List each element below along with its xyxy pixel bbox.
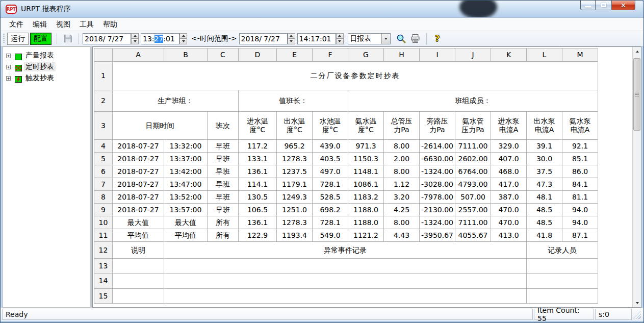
toolbar-grip[interactable] xyxy=(3,34,5,44)
row-header-cell[interactable]: 10 xyxy=(94,216,113,229)
row-header-cell[interactable]: 6 xyxy=(94,165,113,178)
tree-item-label[interactable]: 定时抄表 xyxy=(24,62,56,71)
data-cell[interactable]: 136.1 xyxy=(239,165,277,178)
data-cell[interactable]: 698.2 xyxy=(313,204,348,216)
data-cell[interactable]: 13:57:00 xyxy=(164,204,208,216)
data-cell[interactable]: 468.0 xyxy=(491,165,527,178)
maximize-button[interactable] xyxy=(596,1,611,10)
data-cell[interactable]: 48.5 xyxy=(527,216,562,229)
data-cell[interactable]: 728.1 xyxy=(313,216,348,229)
data-cell[interactable]: 507.00 xyxy=(455,191,491,204)
data-cell[interactable]: 1237.5 xyxy=(277,165,313,178)
data-cell[interactable]: 13:47:00 xyxy=(164,178,208,191)
data-cell[interactable]: -7978.00 xyxy=(420,191,455,204)
param-header-cell[interactable]: 总管压 力Pa xyxy=(384,112,420,140)
data-cell[interactable]: 728.1 xyxy=(313,178,348,191)
data-cell[interactable]: 4.25 xyxy=(384,204,420,216)
row-header-cell[interactable] xyxy=(94,48,113,62)
data-cell[interactable]: 94.0 xyxy=(562,204,598,216)
data-cell[interactable]: 84.1 xyxy=(562,178,598,191)
menu-view[interactable]: 视图 xyxy=(51,19,75,30)
data-cell[interactable]: 387.0 xyxy=(491,191,527,204)
row-header-cell[interactable]: 15 xyxy=(94,289,113,304)
col-header-A[interactable]: A xyxy=(113,48,164,62)
menu-help[interactable]: 帮助 xyxy=(98,19,122,30)
data-cell[interactable]: 94.0 xyxy=(562,216,598,229)
data-cell[interactable]: 114.1 xyxy=(239,178,277,191)
data-cell[interactable]: 1121.2 xyxy=(348,229,384,242)
data-cell[interactable]: 2602.00 xyxy=(455,153,491,165)
run-button[interactable]: 运行 xyxy=(7,33,29,45)
scrollbar-thumb[interactable] xyxy=(633,58,640,131)
data-cell[interactable]: 2018-07-27 xyxy=(113,204,164,216)
data-cell[interactable]: 417.0 xyxy=(491,178,527,191)
data-cell[interactable]: 92.1 xyxy=(562,140,598,153)
start-time-spinner[interactable] xyxy=(179,33,187,44)
resize-grip[interactable] xyxy=(633,311,641,319)
data-cell[interactable]: 130.5 xyxy=(239,191,277,204)
data-cell[interactable]: 403.5 xyxy=(313,153,348,165)
end-time-input[interactable]: 14:17:01 xyxy=(297,33,336,44)
data-cell[interactable]: 971.3 xyxy=(348,140,384,153)
tree-item-triggered-reading[interactable]: + 触发抄表 xyxy=(3,72,90,84)
data-cell[interactable]: 早班 xyxy=(208,165,239,178)
data-cell[interactable]: 平均值 xyxy=(113,229,164,242)
data-cell[interactable]: 1183.2 xyxy=(348,191,384,204)
col-header-B[interactable]: B xyxy=(164,48,208,62)
data-cell[interactable]: 3.20 xyxy=(384,191,420,204)
col-header-I[interactable]: I xyxy=(420,48,455,62)
tree-item-label[interactable]: 触发抄表 xyxy=(24,73,56,83)
col-header-G[interactable]: G xyxy=(348,48,384,62)
data-cell[interactable]: 1148.1 xyxy=(348,165,384,178)
search-icon[interactable] xyxy=(396,33,407,44)
row-header-cell[interactable]: 7 xyxy=(94,178,113,191)
data-cell[interactable]: -3028.00 xyxy=(420,178,455,191)
data-cell[interactable]: 8.00 xyxy=(384,140,420,153)
data-cell[interactable]: 549.0 xyxy=(313,229,348,242)
data-cell[interactable]: 39.1 xyxy=(527,140,562,153)
empty-cell[interactable] xyxy=(164,259,527,274)
empty-cell[interactable] xyxy=(527,274,598,289)
col-header-L[interactable]: L xyxy=(527,48,562,62)
param-header-cell[interactable]: 出水泵 电流A xyxy=(527,112,562,140)
col-header-E[interactable]: E xyxy=(277,48,313,62)
data-cell[interactable]: 1.12 xyxy=(384,178,420,191)
data-cell[interactable]: 2018-07-27 xyxy=(113,191,164,204)
expand-plus-icon[interactable]: + xyxy=(6,65,11,69)
minimize-button[interactable] xyxy=(580,1,596,10)
data-cell[interactable]: 13:32:00 xyxy=(164,140,208,153)
data-cell[interactable]: 87.1 xyxy=(562,229,598,242)
data-cell[interactable]: 1278.3 xyxy=(277,153,313,165)
data-cell[interactable]: 48.1 xyxy=(527,191,562,204)
data-cell[interactable]: 最大值 xyxy=(113,216,164,229)
data-cell[interactable]: 2557.00 xyxy=(455,204,491,216)
data-cell[interactable]: 1278.3 xyxy=(277,216,313,229)
row-header-cell[interactable]: 8 xyxy=(94,191,113,204)
end-date-spinner[interactable] xyxy=(288,33,295,44)
row-header-cell[interactable]: 4 xyxy=(94,140,113,153)
end-time-spinner[interactable] xyxy=(336,33,344,44)
data-cell[interactable]: 1251.0 xyxy=(277,204,313,216)
data-cell[interactable]: 470.0 xyxy=(491,216,527,229)
param-header-cell[interactable]: 氨水泵 电流A xyxy=(562,112,598,140)
start-time-input[interactable]: 13:27:01 xyxy=(141,33,179,44)
data-cell[interactable]: 47.3 xyxy=(527,178,562,191)
start-date-input[interactable]: 2018/ 7/27 xyxy=(83,33,131,44)
row-header-cell[interactable]: 11 xyxy=(94,229,113,242)
data-cell[interactable]: 6764.00 xyxy=(455,165,491,178)
col-header-J[interactable]: J xyxy=(455,48,491,62)
menu-tools[interactable]: 工具 xyxy=(75,19,98,30)
data-cell[interactable]: 7111.00 xyxy=(455,216,491,229)
data-cell[interactable]: 2018-07-27 xyxy=(113,140,164,153)
data-cell[interactable]: 81.1 xyxy=(562,191,598,204)
data-cell[interactable]: 329.0 xyxy=(491,140,527,153)
data-cell[interactable]: 早班 xyxy=(208,140,239,153)
data-cell[interactable]: 4793.00 xyxy=(455,178,491,191)
data-cell[interactable]: 13:37:00 xyxy=(164,153,208,165)
data-cell[interactable]: 528.5 xyxy=(313,191,348,204)
recorder-cell[interactable]: 记录人员 xyxy=(527,242,598,259)
data-cell[interactable]: 85.1 xyxy=(562,153,598,165)
menu-file[interactable]: 文件 xyxy=(5,19,28,30)
data-cell[interactable]: 所有 xyxy=(208,216,239,229)
empty-cell[interactable] xyxy=(113,259,164,274)
